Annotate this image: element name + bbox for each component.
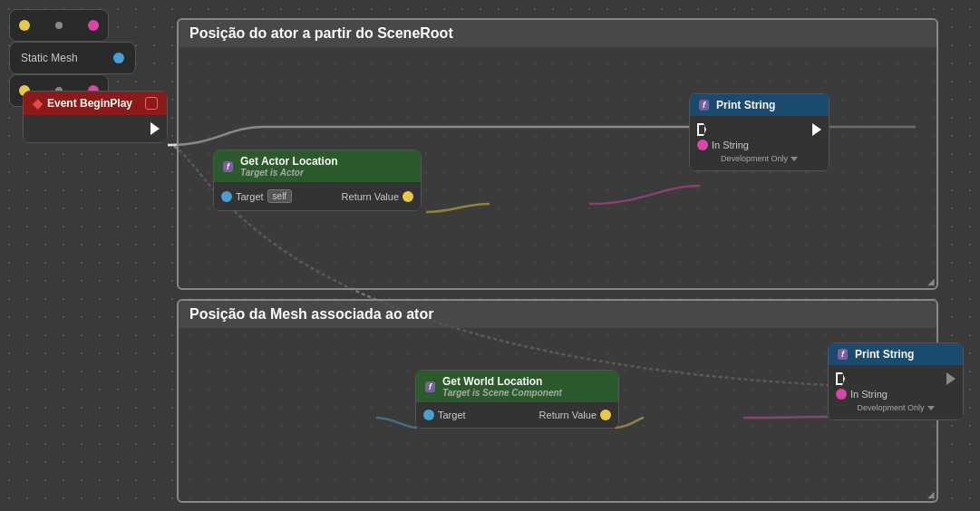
get-actor-loc-label: Get Actor Location bbox=[240, 155, 338, 168]
print-top-in-string-row: In String bbox=[697, 138, 821, 152]
chevron-down-bot-icon bbox=[927, 406, 935, 410]
resize-handle-bottom[interactable]: ◢ bbox=[927, 489, 935, 499]
print-bot-exec-row bbox=[836, 371, 956, 387]
get-world-loc-header: f Get World Location Target is Scene Com… bbox=[416, 371, 618, 402]
event-icon: ◆ bbox=[33, 96, 43, 111]
resize-handle-top[interactable]: ◢ bbox=[927, 276, 935, 286]
conv-top-in-pin[interactable] bbox=[19, 20, 30, 31]
static-mesh-out-pin[interactable] bbox=[113, 53, 124, 63]
convert-node-top[interactable] bbox=[9, 9, 109, 42]
print-top-in-string-label: In String bbox=[712, 140, 749, 150]
event-label: Event BeginPlay bbox=[47, 97, 132, 110]
print-top-exec-in[interactable] bbox=[697, 123, 706, 136]
get-world-return-pin[interactable] bbox=[600, 410, 611, 420]
comment-bottom-title: Posição da Mesh associada ao ator bbox=[179, 301, 936, 328]
get-actor-loc-body: Target self Return Value bbox=[214, 182, 421, 210]
return-pin[interactable] bbox=[403, 191, 413, 202]
get-world-func-icon: f bbox=[425, 381, 435, 392]
print-top-func-icon: f bbox=[699, 100, 709, 111]
get-world-target-label: Target bbox=[438, 410, 466, 420]
target-label: Target bbox=[236, 191, 264, 202]
exec-out-pin[interactable] bbox=[150, 122, 160, 135]
target-pin[interactable] bbox=[221, 191, 232, 202]
get-actor-loc-sublabel: Target is Actor bbox=[240, 168, 338, 178]
blueprint-canvas: Posição do ator a partir do SceneRoot ◢ … bbox=[9, 9, 971, 502]
get-world-loc-label: Get World Location bbox=[442, 375, 562, 388]
get-actor-location-node[interactable]: f Get Actor Location Target is Actor Tar… bbox=[213, 149, 422, 211]
print-bot-in-string-label: In String bbox=[850, 389, 888, 400]
event-body bbox=[24, 115, 167, 142]
return-label: Return Value bbox=[342, 191, 399, 202]
print-top-dev-only: Development Only bbox=[697, 152, 821, 165]
event-begin-play-node[interactable]: ◆ Event BeginPlay bbox=[23, 91, 168, 143]
function-icon: f bbox=[223, 161, 233, 172]
static-mesh-node[interactable]: Static Mesh bbox=[9, 42, 136, 74]
print-bot-dev-only: Development Only bbox=[836, 401, 956, 414]
self-badge: self bbox=[267, 189, 293, 203]
event-header: ◆ Event BeginPlay bbox=[24, 92, 167, 115]
print-top-exec-row bbox=[697, 121, 821, 138]
event-close-icon[interactable] bbox=[145, 97, 158, 110]
target-row: Target self Return Value bbox=[221, 188, 413, 205]
print-bot-exec-out[interactable] bbox=[946, 372, 956, 385]
print-bot-in-string-row: In String bbox=[836, 387, 956, 401]
get-world-loc-body: Target Return Value bbox=[416, 402, 618, 428]
get-actor-loc-header: f Get Actor Location Target is Actor bbox=[214, 150, 421, 182]
print-bot-label: Print String bbox=[855, 348, 914, 361]
get-world-loc-sublabel: Target is Scene Component bbox=[442, 388, 562, 398]
print-top-label: Print String bbox=[716, 99, 775, 111]
conv-top-mid-pin bbox=[55, 22, 63, 29]
print-bot-func-icon: f bbox=[838, 349, 848, 360]
static-mesh-label: Static Mesh bbox=[21, 52, 78, 64]
chevron-down-icon bbox=[791, 157, 798, 161]
get-world-target-row: Target Return Value bbox=[423, 408, 611, 422]
print-bot-header: f Print String bbox=[829, 343, 963, 365]
get-world-target-pin[interactable] bbox=[423, 410, 434, 420]
print-top-exec-out[interactable] bbox=[812, 123, 821, 136]
print-top-header: f Print String bbox=[690, 94, 829, 116]
print-bot-string-pin[interactable] bbox=[836, 389, 847, 400]
get-world-return-label: Return Value bbox=[539, 410, 597, 420]
comment-top-title: Posição do ator a partir do SceneRoot bbox=[179, 20, 936, 47]
print-bot-body: In String Development Only bbox=[829, 365, 963, 419]
print-string-bottom-node[interactable]: f Print String In String Development Onl… bbox=[828, 342, 964, 420]
get-world-location-node[interactable]: f Get World Location Target is Scene Com… bbox=[415, 370, 619, 429]
print-top-string-pin[interactable] bbox=[697, 140, 708, 150]
conv-top-out-pin[interactable] bbox=[88, 20, 99, 31]
event-exec-row bbox=[31, 121, 160, 137]
print-string-top-node[interactable]: f Print String In String Development Onl… bbox=[689, 93, 830, 171]
print-top-body: In String Development Only bbox=[690, 116, 829, 170]
print-bot-exec-in[interactable] bbox=[836, 372, 845, 385]
